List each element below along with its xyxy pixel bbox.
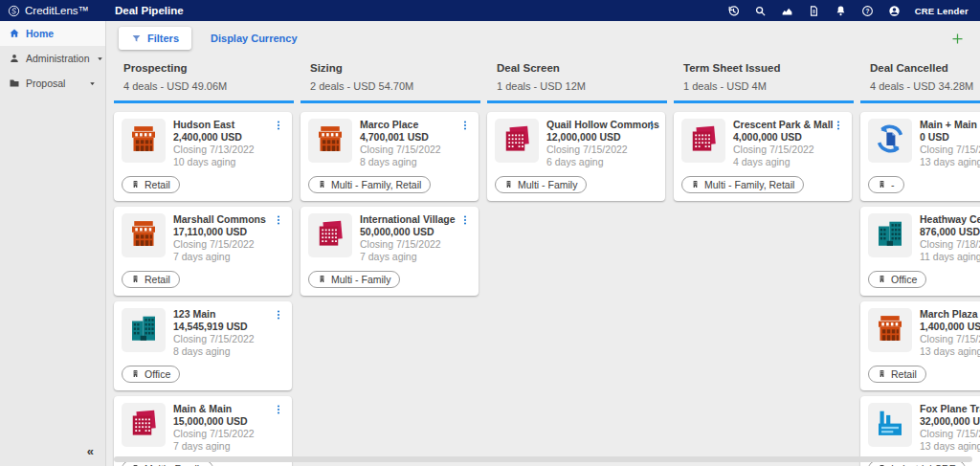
horizontal-scrollbar[interactable] — [114, 456, 972, 462]
filters-button-label: Filters — [147, 33, 179, 44]
deal-card-top: Marco Place4,700,001 USDClosing 7/15/202… — [308, 119, 471, 169]
deal-closing-date: Closing 7/18/2022 — [920, 238, 980, 251]
deal-name: Marshall Commons — [173, 213, 273, 226]
kebab-icon[interactable] — [273, 403, 284, 416]
kebab-icon[interactable] — [459, 213, 471, 227]
filter-funnel-icon — [131, 33, 142, 44]
user-label[interactable]: CRE Lender — [915, 6, 969, 16]
deal-card[interactable]: Crescent Park & Mall4,000,000 USDClosing… — [674, 112, 852, 201]
deal-name: Fox Plane Track — [920, 403, 980, 415]
topbar-actions: ? CRE Lender — [727, 5, 969, 17]
deal-closing-date: Closing 7/15/2022 — [360, 144, 459, 156]
deal-name: Hudson East — [173, 119, 273, 131]
sidebar-collapse-button[interactable]: « — [0, 439, 105, 466]
deal-icon-box — [868, 403, 912, 447]
property-type-tag: Office — [122, 366, 180, 383]
multifamily-building-icon — [500, 122, 534, 160]
kebab-icon[interactable] — [273, 308, 284, 322]
deal-card-info: March Plaza1,400,000 USDClosing 7/15/202… — [920, 308, 980, 359]
deal-card-info: Heathway Center876,000 USDClosing 7/18/2… — [920, 213, 980, 264]
kebab-icon[interactable] — [273, 213, 284, 227]
property-type-label: Retail — [145, 179, 170, 190]
deal-closing-date: Closing 7/15/2022 — [920, 144, 980, 156]
kebab-icon[interactable] — [833, 119, 844, 132]
deal-name: Heathway Center — [920, 213, 980, 226]
deal-card-top: Fox Plane Track32,000,000 USDClosing 7/1… — [868, 403, 980, 454]
tag-building-icon — [691, 179, 700, 189]
multifamily-building-icon — [313, 216, 347, 255]
deal-icon-box — [122, 403, 166, 447]
deal-card-top: Main & Main15,000,000 USDClosing 7/15/20… — [122, 403, 284, 454]
deal-card[interactable]: Quail Hollow Commons12,000,000 USDClosin… — [487, 112, 665, 201]
multifamily-building-icon — [126, 406, 161, 444]
deal-aging: 4 days aging — [733, 156, 833, 168]
history-icon[interactable] — [727, 5, 740, 17]
search-icon[interactable] — [754, 5, 767, 17]
column-underline — [674, 100, 854, 103]
filters-button[interactable]: Filters — [119, 27, 191, 50]
deal-aging: 7 days aging — [360, 251, 459, 263]
account-icon[interactable] — [888, 5, 901, 17]
deal-amount: 4,700,001 USD — [360, 131, 459, 144]
deal-card[interactable]: Heathway Center876,000 USDClosing 7/18/2… — [860, 207, 980, 296]
deal-card-info: Main & Main15,000,000 USDClosing 7/15/20… — [173, 403, 273, 454]
pipeline-column: Deal Screen1 deals - USD 12MQuail Hollow… — [487, 57, 667, 466]
sidebar-item-label: Home — [26, 28, 54, 39]
deal-card-info: Marco Place4,700,001 USDClosing 7/15/202… — [360, 119, 459, 169]
property-type-label: Office — [145, 368, 170, 380]
creditlens-logo-icon — [8, 5, 20, 17]
document-icon[interactable] — [808, 5, 820, 17]
column-title: Sizing — [301, 57, 480, 74]
pipeline-column: Sizing2 deals - USD 54.70MMarco Place4,7… — [301, 57, 480, 466]
deal-closing-date: Closing 7/15/2022 — [173, 428, 273, 440]
deal-pipeline-board: Prospecting4 deals - USD 49.06MHudson Ea… — [106, 55, 980, 466]
deal-card[interactable]: Hudson East2,400,000 USDClosing 7/13/202… — [114, 112, 292, 201]
deal-card-top: International Village50,000,000 USDClosi… — [308, 213, 471, 264]
kebab-icon[interactable] — [646, 119, 657, 132]
deal-card-top: Hudson East2,400,000 USDClosing 7/13/202… — [122, 119, 284, 169]
property-type-label: Retail — [891, 368, 917, 380]
deal-card[interactable]: International Village50,000,000 USDClosi… — [301, 207, 479, 296]
deal-card[interactable]: Marshall Commons17,110,000 USDClosing 7/… — [114, 207, 292, 296]
home-icon — [9, 28, 20, 39]
deal-card[interactable]: Marco Place4,700,001 USDClosing 7/15/202… — [301, 112, 479, 201]
deal-card-top: Marshall Commons17,110,000 USDClosing 7/… — [122, 213, 284, 264]
industrial-building-icon — [873, 406, 907, 444]
bell-icon[interactable] — [835, 5, 847, 17]
page-title: Deal Pipeline — [115, 5, 184, 16]
add-deal-button[interactable] — [950, 32, 965, 46]
deal-closing-date: Closing 7/15/2022 — [173, 333, 273, 345]
sidebar-item-label: Proposal — [26, 78, 65, 89]
pipeline-column: Term Sheet Issued1 deals - USD 4MCrescen… — [674, 57, 854, 466]
column-title: Deal Screen — [487, 57, 667, 74]
deal-card-info: Main + Main0 USDClosing 7/15/202213 days… — [920, 119, 980, 169]
deal-name: Main + Main — [920, 119, 980, 131]
deal-icon-box — [495, 119, 539, 163]
retail-building-icon — [313, 122, 347, 160]
tag-building-icon — [878, 368, 886, 379]
tag-building-icon — [878, 274, 886, 284]
deal-amount: 15,000,000 USD — [173, 415, 273, 428]
svg-text:?: ? — [865, 7, 869, 13]
column-underline — [114, 100, 294, 103]
deal-card[interactable]: Main + Main0 USDClosing 7/15/202213 days… — [860, 112, 980, 201]
person-icon — [9, 53, 20, 64]
property-type-label: Multi - Family — [331, 274, 390, 285]
deal-aging: 8 days aging — [173, 345, 273, 358]
kebab-icon[interactable] — [459, 119, 471, 132]
display-currency-link[interactable]: Display Currency — [211, 33, 297, 44]
sidebar-item-administration[interactable]: Administration — [0, 46, 105, 71]
deal-card[interactable]: March Plaza1,400,000 USDClosing 7/15/202… — [860, 301, 980, 390]
help-icon[interactable]: ? — [861, 5, 874, 17]
deal-name: Quail Hollow Commons — [546, 119, 646, 131]
deal-card[interactable]: 123 Main14,545,919 USDClosing 7/15/20228… — [114, 301, 292, 390]
kebab-icon[interactable] — [273, 119, 284, 132]
property-type-tag: Retail — [868, 366, 926, 383]
chart-icon[interactable] — [781, 5, 793, 17]
deal-card-info: 123 Main14,545,919 USDClosing 7/15/20228… — [173, 308, 273, 359]
sidebar-item-home[interactable]: Home — [0, 21, 105, 46]
property-type-tag: Office — [868, 271, 926, 288]
deal-amount: 17,110,000 USD — [173, 226, 273, 238]
deal-card-info: International Village50,000,000 USDClosi… — [360, 213, 459, 264]
sidebar-item-proposal[interactable]: Proposal — [0, 71, 105, 96]
